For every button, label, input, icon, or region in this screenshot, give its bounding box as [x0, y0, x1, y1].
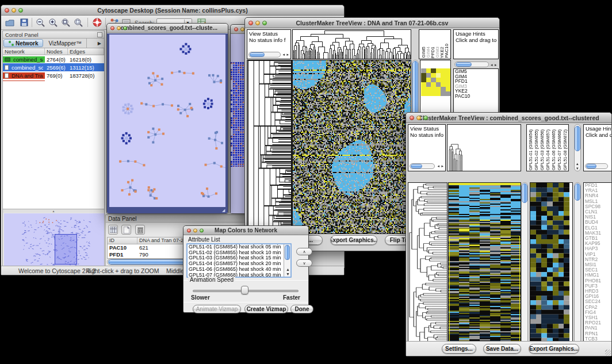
create-attribute-icon[interactable]: [121, 225, 131, 235]
row-dendrogram-canvas[interactable]: [247, 60, 292, 233]
scroll-down-icon[interactable]: ▼: [286, 272, 290, 276]
minimize-button[interactable]: [255, 21, 260, 25]
matrix-cell[interactable]: [431, 91, 436, 96]
matrix-cell[interactable]: [436, 91, 441, 96]
zoom-button[interactable]: [200, 228, 204, 232]
select-attributes-icon[interactable]: [108, 225, 118, 235]
minimize-button[interactable]: [240, 27, 244, 31]
view-status-hscrollbar[interactable]: [248, 52, 281, 58]
zoom-button[interactable]: [262, 21, 267, 25]
network-window-titlebar[interactable]: combined_scores_good.txt--cluste...: [107, 24, 228, 33]
minimize-button[interactable]: [416, 116, 421, 120]
column-dendrogram-canvas[interactable]: [293, 30, 411, 59]
main-window-titlebar[interactable]: Cytoscape Desktop (Session Name: collins…: [1, 5, 344, 16]
help-lifebuoy-icon[interactable]: [92, 17, 102, 28]
zoom-out-icon[interactable]: [35, 17, 45, 28]
row-dendrogram-canvas[interactable]: [408, 183, 447, 352]
scroll-right-icon[interactable]: ▸: [286, 52, 289, 56]
network-list-row[interactable]: combined_scores 2764(0) 16218(0): [3, 55, 104, 63]
matrix-cell[interactable]: [436, 73, 441, 78]
matrix-cell[interactable]: [441, 73, 446, 78]
matrix-cell[interactable]: [426, 82, 431, 87]
create-vizmap-button[interactable]: Create Vizmap: [244, 305, 288, 313]
matrix-cell[interactable]: [446, 82, 451, 87]
gene-label[interactable]: PAC10: [454, 94, 498, 99]
column-tree-canvas[interactable]: [447, 125, 521, 171]
matrix-cell[interactable]: [431, 87, 436, 91]
zoom-vscrollbar[interactable]: ▴ ▾: [574, 182, 581, 352]
matrix-cell[interactable]: [421, 68, 426, 73]
view-status-hscrollbar[interactable]: [410, 163, 435, 169]
zoom-button[interactable]: [423, 116, 428, 120]
dialog-titlebar[interactable]: Map Colors to Network: [183, 226, 308, 235]
export-graphics-button[interactable]: Export Graphics...: [529, 344, 579, 354]
scrollbar-thumb[interactable]: [522, 183, 527, 203]
scroll-left-icon[interactable]: ◂: [437, 164, 439, 168]
slider-thumb[interactable]: [241, 286, 248, 294]
scroll-right-icon[interactable]: ▸: [495, 63, 497, 67]
matrix-cell[interactable]: [431, 68, 436, 73]
matrix-cell[interactable]: [421, 87, 426, 91]
treeview2-titlebar[interactable]: ClusterMaker TreeView : combined_scores_…: [406, 113, 611, 123]
scroll-up-icon[interactable]: ▲: [286, 267, 290, 271]
usage-hscrollbar[interactable]: [585, 163, 608, 169]
minimize-button[interactable]: [12, 8, 16, 13]
matrix-cell[interactable]: [431, 73, 436, 78]
minimize-button[interactable]: [193, 228, 197, 232]
scrollbar-thumb[interactable]: [586, 164, 596, 168]
scroll-left-icon[interactable]: ◂: [491, 63, 493, 67]
zoom-fit-icon[interactable]: [60, 17, 71, 28]
matrix-cell[interactable]: [441, 68, 446, 73]
matrix-cell[interactable]: [446, 91, 451, 96]
network-list-row[interactable]: DNA and Tran 07 769(0) 183728(0): [3, 71, 104, 79]
zoom-in-icon[interactable]: [48, 17, 58, 28]
matrix-cell[interactable]: [436, 78, 441, 82]
scrollbar-thumb[interactable]: [285, 245, 290, 260]
scrollbar-thumb[interactable]: [411, 164, 422, 168]
matrix-cell[interactable]: [426, 68, 431, 73]
scrollbar-thumb[interactable]: [250, 52, 265, 57]
move-up-button[interactable]: ∧: [296, 248, 312, 255]
matrix-cell[interactable]: [441, 82, 446, 87]
save-data-button[interactable]: Save Data...: [483, 344, 521, 354]
column-labels-vscrollbar[interactable]: ▴ ▾: [574, 124, 581, 171]
zoom-selected-icon[interactable]: [73, 17, 83, 28]
scrollbar-thumb[interactable]: [575, 183, 580, 201]
scroll-left-icon[interactable]: ◂: [282, 52, 285, 56]
move-down-button[interactable]: ∨: [296, 259, 312, 267]
done-button[interactable]: Done: [290, 305, 313, 313]
tab-network[interactable]: Network: [3, 39, 43, 47]
heatmap-vscrollbar[interactable]: ▴ ▾: [521, 182, 528, 352]
minimize-button[interactable]: [117, 26, 121, 30]
matrix-cell[interactable]: [446, 87, 451, 91]
matrix-cell[interactable]: [441, 87, 446, 91]
matrix-cell[interactable]: [431, 82, 436, 87]
attribute-list[interactable]: GPL51-01 (GSM854) heat shock 05 minGPL51…: [186, 243, 292, 278]
matrix-cell[interactable]: [436, 68, 441, 73]
settings-button[interactable]: Settings...: [442, 344, 476, 354]
export-graphics-button[interactable]: Export Graphics...: [330, 235, 377, 245]
scroll-up-icon[interactable]: ▴: [576, 162, 579, 166]
close-button[interactable]: [248, 21, 253, 25]
close-button[interactable]: [187, 228, 191, 232]
matrix-cell[interactable]: [431, 78, 436, 82]
tab-vizmapper[interactable]: VizMapper™: [44, 39, 87, 48]
network-overview-panel[interactable]: [4, 213, 103, 268]
matrix-cell[interactable]: [421, 78, 426, 82]
matrix-cell[interactable]: [426, 78, 431, 82]
animate-vizmap-button[interactable]: Animate Vizmap: [193, 305, 241, 313]
close-button[interactable]: [234, 27, 238, 31]
network-view[interactable]: [109, 35, 225, 207]
treeview1-titlebar[interactable]: ClusterMaker TreeView : DNA and Tran 07-…: [245, 18, 499, 28]
scrollbar-thumb[interactable]: [456, 62, 472, 67]
zoom-button[interactable]: [123, 26, 127, 30]
tab-overflow-arrow[interactable]: ▶: [95, 39, 104, 48]
matrix-cell[interactable]: [436, 87, 441, 91]
matrix-cell[interactable]: [446, 73, 451, 78]
resize-grip-icon[interactable]: ◢: [222, 208, 227, 213]
matrix-cell[interactable]: [426, 73, 431, 78]
matrix-cell[interactable]: [421, 73, 426, 78]
open-session-icon[interactable]: [5, 17, 15, 28]
close-button[interactable]: [410, 116, 414, 120]
global-heatmap-canvas[interactable]: [293, 60, 411, 233]
